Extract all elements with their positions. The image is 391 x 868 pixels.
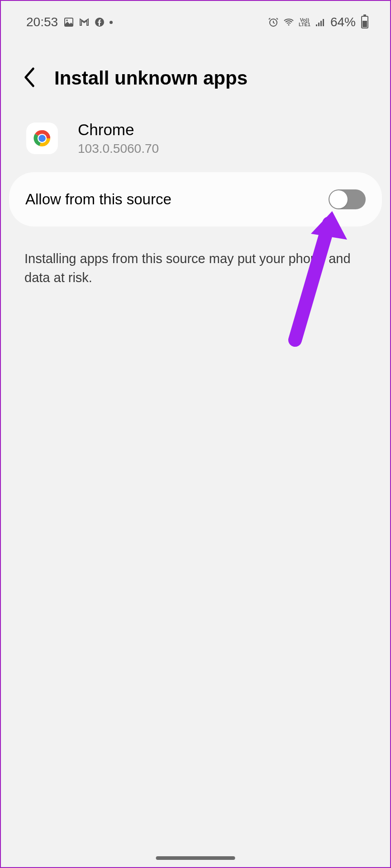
navigation-handle[interactable] [156, 856, 235, 860]
app-info-row: Chrome 103.0.5060.70 [1, 90, 390, 170]
wifi-icon [283, 17, 294, 28]
toggle-knob [329, 190, 348, 208]
svg-point-1 [66, 19, 68, 21]
svg-rect-6 [318, 23, 319, 26]
alarm-icon [268, 17, 279, 28]
allow-source-toggle[interactable] [329, 189, 366, 209]
chevron-left-icon [23, 66, 36, 88]
warning-text: Installing apps from this source may put… [1, 226, 390, 287]
battery-icon [361, 16, 368, 28]
app-icon [26, 123, 58, 154]
status-bar: 20:53 Vo))LTE1 64% [1, 1, 390, 33]
notification-icons [63, 17, 113, 28]
allow-source-row[interactable]: Allow from this source [9, 172, 382, 226]
facebook-icon [94, 17, 105, 28]
status-bar-right: Vo))LTE1 64% [268, 15, 368, 29]
svg-rect-7 [320, 21, 322, 26]
svg-point-4 [288, 24, 289, 26]
svg-rect-8 [323, 19, 324, 26]
status-bar-left: 20:53 [26, 15, 113, 29]
chrome-icon [30, 126, 54, 151]
allow-source-label: Allow from this source [25, 191, 172, 208]
gmail-icon [79, 17, 90, 28]
battery-percent: 64% [330, 15, 356, 29]
svg-point-11 [38, 135, 46, 142]
svg-rect-5 [316, 24, 317, 26]
app-name: Chrome [78, 121, 159, 139]
page-header: Install unknown apps [1, 33, 390, 90]
app-version: 103.0.5060.70 [78, 142, 159, 156]
status-time: 20:53 [26, 15, 58, 29]
volte-icon: Vo))LTE1 [299, 18, 310, 27]
more-notifications-icon [110, 21, 113, 24]
signal-icon [315, 17, 326, 28]
back-button[interactable] [23, 66, 36, 90]
app-details: Chrome 103.0.5060.70 [78, 121, 159, 156]
page-title: Install unknown apps [54, 67, 248, 89]
gallery-icon [63, 17, 74, 28]
